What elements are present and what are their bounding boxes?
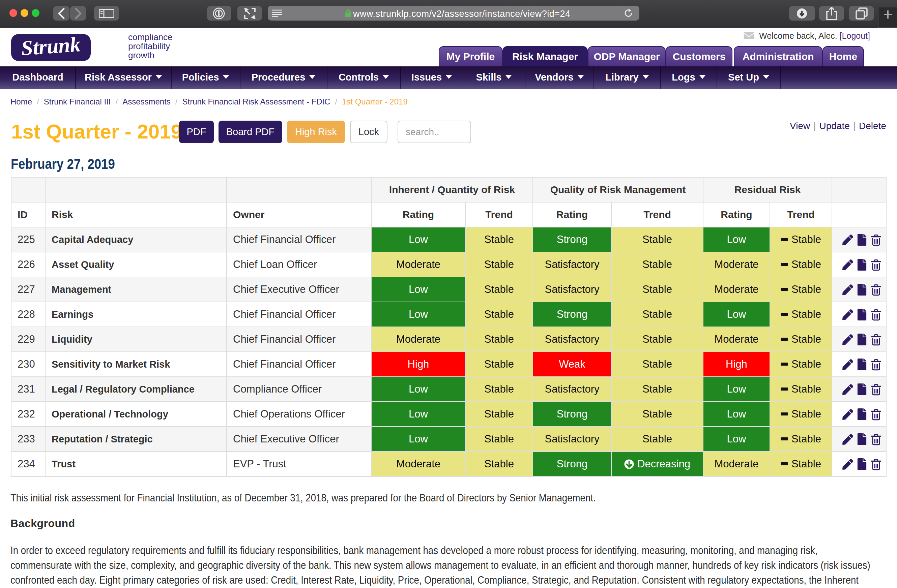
- svg-text:Strunk: Strunk: [21, 34, 81, 60]
